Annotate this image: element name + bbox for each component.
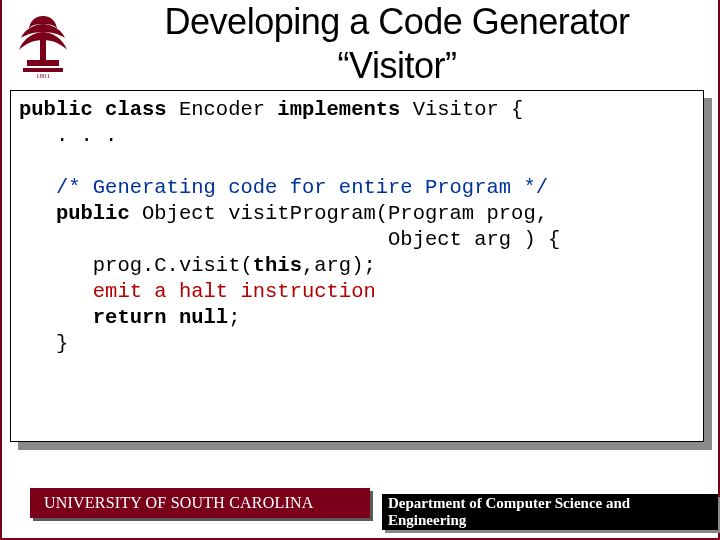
code-kw: public (19, 202, 130, 225)
svg-rect-1 (27, 60, 59, 66)
code-kw: return null (19, 306, 228, 329)
footer-university: UNIVERSITY OF SOUTH CAROLINA (30, 488, 370, 518)
code-text: . . . (19, 124, 117, 147)
code-text: ,arg); (302, 254, 376, 277)
code-text: Object arg ) { (19, 228, 560, 251)
code-text: } (19, 332, 68, 355)
code-text: Visitor { (400, 98, 523, 121)
slide-title: Developing a Code Generator “Visitor” (97, 0, 697, 88)
code-block: public class Encoder implements Visitor … (10, 90, 704, 442)
usc-logo: 1801 (10, 6, 76, 86)
footer: UNIVERSITY OF SOUTH CAROLINA Department … (2, 484, 720, 538)
slide: 1801 Developing a Code Generator “Visito… (0, 0, 720, 540)
code-text: Encoder (167, 98, 278, 121)
palmetto-logo-icon: 1801 (13, 10, 73, 82)
code-kw: implements (277, 98, 400, 121)
code-pseudo: emit a halt instruction (19, 280, 376, 303)
code-text: prog.C.visit( (19, 254, 253, 277)
code-text: Object visitProgram(Program prog, (130, 202, 548, 225)
code-block-container: public class Encoder implements Visitor … (10, 90, 712, 450)
code-kw: public class (19, 98, 167, 121)
svg-text:1801: 1801 (36, 72, 51, 80)
title-line-1: Developing a Code Generator (165, 1, 630, 42)
code-kw: this (253, 254, 302, 277)
title-line-2: “Visitor” (338, 45, 457, 86)
code-text: ; (228, 306, 240, 329)
footer-department: Department of Computer Science and Engin… (382, 494, 718, 530)
code-comment: /* Generating code for entire Program */ (19, 176, 548, 199)
footer-department-label: Department of Computer Science and Engin… (388, 495, 712, 529)
svg-rect-0 (40, 38, 46, 60)
footer-university-label: UNIVERSITY OF SOUTH CAROLINA (44, 494, 313, 512)
title-row: 1801 Developing a Code Generator “Visito… (2, 0, 720, 92)
